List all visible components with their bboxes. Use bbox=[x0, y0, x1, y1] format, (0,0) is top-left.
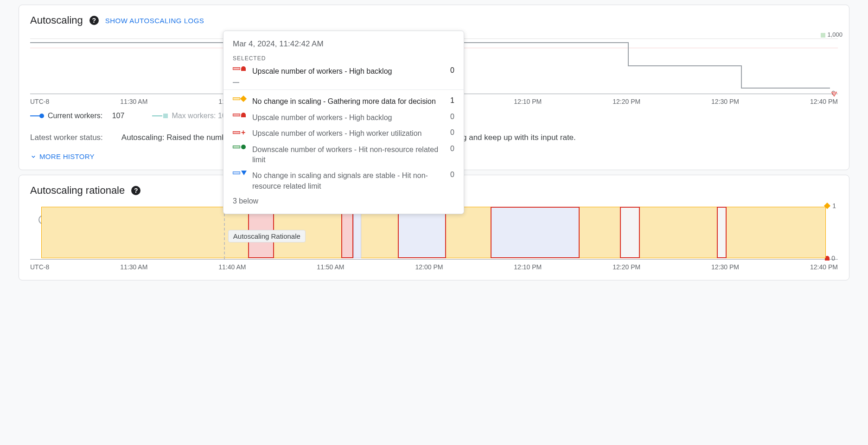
tooltip-dash-row bbox=[233, 82, 454, 83]
rationale-title: Autoscaling rationale bbox=[30, 184, 125, 197]
tooltip-row-4: No change in scaling and signals are sta… bbox=[233, 171, 454, 191]
triangle-marker-icon bbox=[831, 92, 837, 96]
yaxis-max: 1,000 bbox=[821, 31, 842, 38]
more-history-button[interactable]: MORE HISTORY bbox=[30, 153, 95, 160]
svg-marker-0 bbox=[831, 92, 837, 96]
help-icon[interactable]: ? bbox=[131, 186, 140, 195]
autoscaling-title: Autoscaling bbox=[30, 14, 83, 26]
tooltip-row-3: Downscale number of workers - Hit non-re… bbox=[233, 145, 454, 165]
rationale-yaxis-max: 1 bbox=[825, 202, 836, 210]
legend-current-workers[interactable]: Current workers: 107 bbox=[30, 112, 124, 120]
rationale-hover-label: Autoscaling Rationale bbox=[228, 230, 306, 242]
tooltip-below: 3 below bbox=[233, 197, 454, 205]
show-autoscaling-logs-link[interactable]: SHOW AUTOSCALING LOGS bbox=[105, 17, 204, 25]
help-icon[interactable]: ? bbox=[89, 16, 99, 25]
autoscaling-card: Autoscaling ? SHOW AUTOSCALING LOGS 1,00… bbox=[19, 5, 849, 170]
chart-tooltip: Mar 4, 2024, 11:42:42 AM SELECTED Upscal… bbox=[223, 31, 464, 214]
autoscaling-header: Autoscaling ? SHOW AUTOSCALING LOGS bbox=[30, 14, 838, 26]
tooltip-section-label: SELECTED bbox=[233, 55, 454, 62]
worker-status-label: Latest worker status: bbox=[30, 133, 103, 142]
legend-max-workers[interactable]: Max workers: 1000 bbox=[152, 112, 234, 120]
rationale-yaxis-min: 0 bbox=[825, 254, 835, 262]
tooltip-selected-row: Upscale number of workers - High backlog… bbox=[233, 66, 454, 76]
rationale-x-axis: UTC-8 11:30 AM 11:40 AM 11:50 AM 12:00 P… bbox=[30, 263, 838, 271]
triangle-down-icon bbox=[241, 171, 247, 175]
chevron-down-icon bbox=[30, 153, 37, 160]
tooltip-row-2: + Upscale number of workers - High worke… bbox=[233, 128, 454, 139]
tooltip-date: Mar 4, 2024, 11:42:42 AM bbox=[233, 39, 454, 49]
svg-marker-2 bbox=[241, 171, 247, 175]
tooltip-row-0: No change in scaling - Gathering more da… bbox=[233, 96, 454, 107]
tooltip-row-1: Upscale number of workers - High backlog… bbox=[233, 113, 454, 123]
